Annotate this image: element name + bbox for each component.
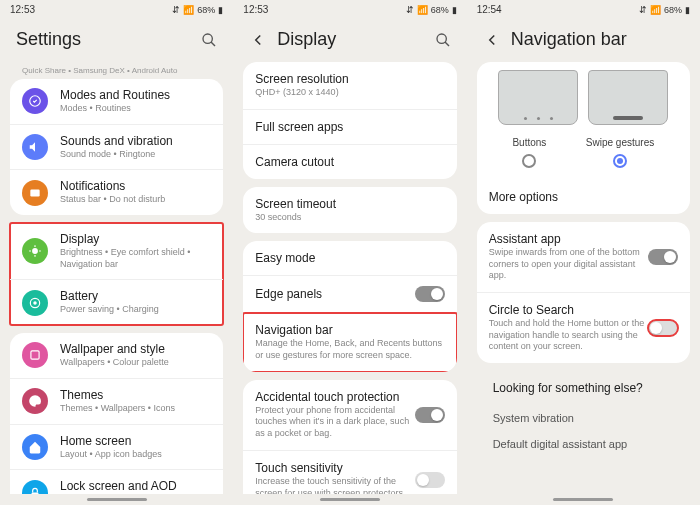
home-indicator[interactable] — [320, 498, 380, 501]
looking-assistant[interactable]: Default digital assistant app — [493, 431, 674, 457]
settings-screen: 12:53 ⇵ 📶 68% ▮ Settings Quick Share • S… — [0, 0, 233, 505]
item-wallpaper[interactable]: Wallpaper and styleWallpapers • Colour p… — [10, 333, 223, 379]
opt-buttons[interactable]: Buttons — [512, 137, 546, 168]
status-time: 12:54 — [477, 4, 502, 15]
home-icon — [22, 434, 48, 460]
radio-buttons[interactable] — [522, 154, 536, 168]
svg-rect-7 — [31, 351, 39, 359]
battery-icon: ▮ — [685, 5, 690, 15]
group-touch: Accidental touch protectionProtect your … — [243, 380, 456, 494]
nav-preview — [477, 62, 690, 129]
item-fullscreen[interactable]: Full screen apps — [243, 110, 456, 145]
status-time: 12:53 — [10, 4, 35, 15]
nav-options: Buttons Swipe gestures — [477, 129, 690, 180]
battery-icon-item — [22, 290, 48, 316]
status-right: ⇵ 📶 68% ▮ — [172, 5, 223, 15]
preview-buttons[interactable] — [498, 70, 578, 125]
looking-vibration[interactable]: System vibration — [493, 405, 674, 431]
crumb-row: Quick Share • Samsung DeX • Android Auto — [10, 62, 223, 79]
battery-icon: ▮ — [452, 5, 457, 15]
group-navigation: Easy mode Edge panels Navigation barMana… — [243, 241, 456, 371]
item-assistant[interactable]: Assistant appSwipe inwards from one of t… — [477, 222, 690, 293]
radio-gestures[interactable] — [613, 154, 627, 168]
back-icon[interactable] — [249, 31, 267, 49]
svg-point-4 — [32, 248, 38, 254]
settings-list: Quick Share • Samsung DeX • Android Auto… — [0, 62, 233, 494]
item-easy[interactable]: Easy mode — [243, 241, 456, 276]
preview-gestures[interactable] — [588, 70, 668, 125]
item-sounds[interactable]: Sounds and vibrationSound mode • Rington… — [10, 125, 223, 171]
group-wallpaper: Wallpaper and styleWallpapers • Colour p… — [10, 333, 223, 494]
item-modes[interactable]: Modes and RoutinesModes • Routines — [10, 79, 223, 125]
home-indicator[interactable] — [553, 498, 613, 501]
battery-icon: ▮ — [218, 5, 223, 15]
svg-rect-3 — [30, 189, 39, 196]
wifi-icon: ⇵ — [639, 5, 647, 15]
edge-toggle[interactable] — [415, 286, 445, 302]
assistant-toggle[interactable] — [648, 249, 678, 265]
page-title: Settings — [16, 29, 201, 50]
item-resolution[interactable]: Screen resolutionQHD+ (3120 x 1440) — [243, 62, 456, 110]
status-bar: 12:53 ⇵ 📶 68% ▮ — [0, 0, 233, 19]
search-icon[interactable] — [201, 32, 217, 48]
svg-point-9 — [437, 34, 446, 43]
status-bar: 12:53 ⇵📶68%▮ — [233, 0, 466, 19]
status-right: ⇵📶68%▮ — [406, 5, 457, 15]
item-cutout[interactable]: Camera cutout — [243, 145, 456, 179]
item-navbar[interactable]: Navigation barManage the Home, Back, and… — [243, 313, 456, 371]
navbar-list: Buttons Swipe gestures More options Assi… — [467, 62, 700, 494]
item-timeout[interactable]: Screen timeout30 seconds — [243, 187, 456, 234]
navbar-screen: 12:54 ⇵📶68%▮ Navigation bar Buttons Swip… — [467, 0, 700, 505]
item-display[interactable]: DisplayBrightness • Eye comfort shield •… — [10, 223, 223, 280]
item-notifications[interactable]: NotificationsStatus bar • Do not disturb — [10, 170, 223, 215]
notifications-icon — [22, 180, 48, 206]
item-sensitivity[interactable]: Touch sensitivityIncrease the touch sens… — [243, 451, 456, 494]
display-icon — [22, 238, 48, 264]
looking-section: Looking for something else? System vibra… — [477, 371, 690, 467]
back-icon[interactable] — [483, 31, 501, 49]
group-resolution: Screen resolutionQHD+ (3120 x 1440) Full… — [243, 62, 456, 179]
signal-icon: 📶 — [417, 5, 428, 15]
header: Navigation bar — [467, 19, 700, 62]
item-themes[interactable]: ThemesThemes • Wallpapers • Icons — [10, 379, 223, 425]
signal-icon: 📶 — [650, 5, 661, 15]
header: Display — [233, 19, 466, 62]
wifi-icon: ⇵ — [406, 5, 414, 15]
header: Settings — [0, 19, 233, 62]
group-display: DisplayBrightness • Eye comfort shield •… — [10, 223, 223, 325]
item-edge[interactable]: Edge panels — [243, 276, 456, 313]
wallpaper-icon — [22, 342, 48, 368]
display-list: Screen resolutionQHD+ (3120 x 1440) Full… — [233, 62, 466, 494]
svg-line-10 — [445, 42, 449, 46]
battery-pct: 68% — [197, 5, 215, 15]
wifi-icon: ⇵ — [172, 5, 180, 15]
status-bar: 12:54 ⇵📶68%▮ — [467, 0, 700, 19]
signal-icon: 📶 — [183, 5, 194, 15]
accidental-toggle[interactable] — [415, 407, 445, 423]
item-accidental[interactable]: Accidental touch protectionProtect your … — [243, 380, 456, 451]
search-icon[interactable] — [435, 32, 451, 48]
sensitivity-toggle[interactable] — [415, 472, 445, 488]
page-title: Navigation bar — [511, 29, 684, 50]
display-screen: 12:53 ⇵📶68%▮ Display Screen resolutionQH… — [233, 0, 466, 505]
item-circle[interactable]: Circle to SearchTouch and hold the Home … — [477, 293, 690, 363]
item-more[interactable]: More options — [477, 180, 690, 214]
looking-title: Looking for something else? — [493, 381, 674, 395]
svg-point-0 — [203, 34, 212, 43]
circle-toggle[interactable] — [648, 320, 678, 336]
status-right: ⇵📶68%▮ — [639, 5, 690, 15]
item-homescreen[interactable]: Home screenLayout • App icon badges — [10, 425, 223, 471]
home-indicator[interactable] — [87, 498, 147, 501]
status-time: 12:53 — [243, 4, 268, 15]
item-lockscreen[interactable]: Lock screen and AODScreen lock type • Al… — [10, 470, 223, 494]
opt-gestures[interactable]: Swipe gestures — [586, 137, 654, 168]
sounds-icon — [22, 134, 48, 160]
svg-line-1 — [211, 42, 215, 46]
group-assistant: Assistant appSwipe inwards from one of t… — [477, 222, 690, 363]
item-battery[interactable]: BatteryPower saving • Charging — [10, 280, 223, 325]
svg-point-6 — [33, 301, 37, 305]
nav-type-card: Buttons Swipe gestures More options — [477, 62, 690, 214]
modes-icon — [22, 88, 48, 114]
page-title: Display — [277, 29, 434, 50]
themes-icon — [22, 388, 48, 414]
